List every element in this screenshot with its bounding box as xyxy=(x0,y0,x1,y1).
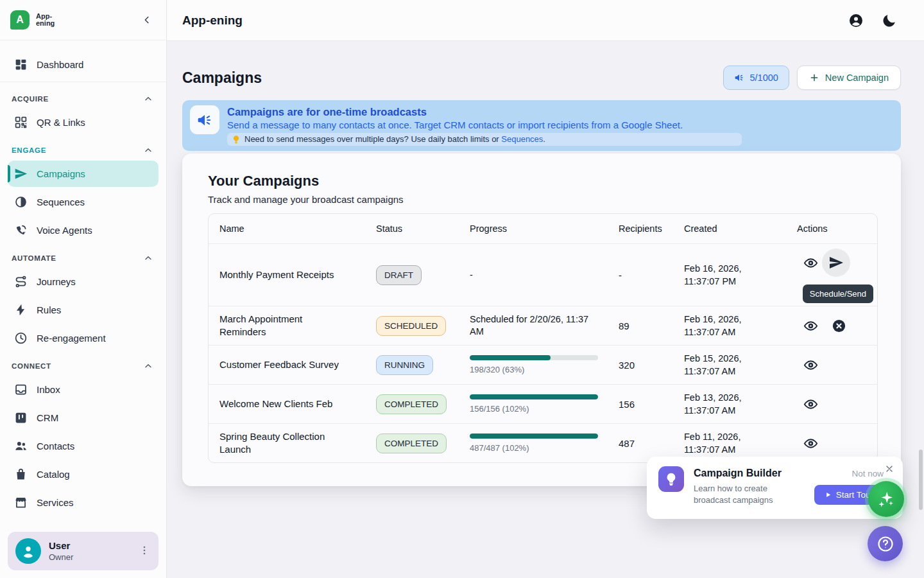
progress-cell: Scheduled for 2/20/26, 11:37 AM xyxy=(459,307,608,344)
banner-icon-box xyxy=(190,105,219,134)
person-icon xyxy=(20,543,37,559)
sidebar-item-journeys[interactable]: Journeys xyxy=(8,268,158,295)
new-campaign-label: New Campaign xyxy=(825,73,889,83)
eye-icon[interactable] xyxy=(801,317,819,335)
eye-icon[interactable] xyxy=(801,249,819,277)
campaign-name: Monthly Payment Receipts xyxy=(209,262,365,288)
schedule-send-button[interactable] xyxy=(822,249,850,277)
eye-icon[interactable] xyxy=(801,356,819,374)
eye-icon[interactable] xyxy=(801,395,819,413)
play-icon xyxy=(825,491,832,498)
section-header-connect: CONNECT xyxy=(8,353,158,374)
sidebar-item-campaigns[interactable]: Campaigns xyxy=(8,161,158,187)
status-badge: RUNNING xyxy=(376,355,433,375)
sidebar-item-services[interactable]: Services xyxy=(8,489,158,516)
ai-assistant-fab[interactable] xyxy=(868,481,904,517)
popup-close-button[interactable] xyxy=(884,464,894,474)
column-header-created: Created xyxy=(673,214,786,243)
sidebar-item-sequences[interactable]: Sequences xyxy=(8,189,158,215)
sidebar-item-appointments[interactable]: Appointments xyxy=(8,518,158,524)
section-header-automate: AUTOMATE xyxy=(8,245,158,267)
send-icon xyxy=(14,167,28,180)
inbox-icon xyxy=(14,383,28,396)
popup-title: Campaign Builder xyxy=(694,468,803,479)
kebab-icon xyxy=(138,544,152,557)
sidebar-item-label: Voice Agents xyxy=(37,225,92,236)
column-header-progress: Progress xyxy=(459,214,608,243)
scrollbar[interactable] xyxy=(919,450,923,510)
user-card[interactable]: User Owner xyxy=(8,532,158,570)
banner-tip: Need to send messages over multiple days… xyxy=(227,133,742,146)
sidebar-item-label: Journeys xyxy=(37,276,76,287)
sidebar-item-contacts[interactable]: Contacts xyxy=(8,433,158,459)
status-badge: SCHEDULED xyxy=(376,316,446,336)
sidebar-item-label: Campaigns xyxy=(37,168,85,179)
kanban-icon xyxy=(14,411,28,425)
sidebar-item-qr-links[interactable]: QR & Links xyxy=(8,109,158,136)
user-menu-button[interactable] xyxy=(138,544,152,558)
card-subtitle: Track and manage your broadcast campaign… xyxy=(208,194,878,205)
sidebar-item-label: Inbox xyxy=(37,384,60,395)
divider xyxy=(0,82,166,82)
plus-icon xyxy=(809,73,819,83)
page-title: Campaigns xyxy=(182,69,262,87)
dashboard-icon xyxy=(14,58,28,71)
sidebar-header: A App- ening xyxy=(0,0,166,40)
created-date: Feb 13, 2026,11:37:07 AM xyxy=(673,385,786,423)
user-name: User xyxy=(49,540,130,551)
sidebar-collapse-button[interactable] xyxy=(139,12,155,28)
progress-label: 156/156 (102%) xyxy=(470,404,599,414)
banner-title: Campaigns are for one-time broadcasts xyxy=(227,105,742,118)
column-header-actions: Actions xyxy=(786,214,877,243)
sidebar-item-re-engagement[interactable]: Re-engagement xyxy=(8,325,158,351)
help-fab[interactable] xyxy=(868,526,903,561)
sidebar-item-label: CRM xyxy=(37,412,58,423)
progress-label: 487/487 (102%) xyxy=(470,443,599,453)
chevron-up-icon[interactable] xyxy=(143,361,153,371)
tip-text: Need to send messages over multiple days… xyxy=(244,134,501,144)
dark-mode-toggle[interactable] xyxy=(882,13,897,28)
sidebar-item-dashboard[interactable]: Dashboard xyxy=(8,51,158,78)
sidebar-item-rules[interactable]: Rules xyxy=(8,297,158,323)
topbar: App-ening xyxy=(167,0,924,41)
cancel-button[interactable] xyxy=(830,317,848,335)
tooltip: Schedule/Send xyxy=(803,285,873,303)
sidebar-item-label: Rules xyxy=(37,304,61,315)
app-logo-text: App- ening xyxy=(36,13,55,28)
section-header-acquire: ACQUIRE xyxy=(8,86,158,107)
sidebar-item-inbox[interactable]: Inbox xyxy=(8,376,158,403)
progress-bar xyxy=(470,434,598,439)
megaphone-icon xyxy=(196,112,213,128)
section-label: CONNECT xyxy=(12,362,51,370)
user-meta: User Owner xyxy=(49,540,130,562)
column-header-status: Status xyxy=(365,214,459,243)
eye-icon[interactable] xyxy=(801,434,819,452)
sidebar: A App- ening Dashboard ACQUIREQR & Links… xyxy=(0,0,167,578)
not-now-button[interactable]: Not now xyxy=(851,469,884,478)
sequences-link[interactable]: Sequences xyxy=(501,134,543,144)
account-button[interactable] xyxy=(848,13,864,28)
sparkles-icon xyxy=(877,489,896,509)
progress-cell: 156/156 (102%) xyxy=(459,388,608,420)
user-role: Owner xyxy=(49,552,130,562)
status-badge: DRAFT xyxy=(376,265,422,285)
phone-icon xyxy=(14,223,28,237)
new-campaign-button[interactable]: New Campaign xyxy=(797,66,901,90)
clock-icon xyxy=(14,331,28,345)
sidebar-item-voice-agents[interactable]: Voice Agents xyxy=(8,217,158,243)
actions-cell: Schedule/Send xyxy=(786,244,877,306)
recipients-count: - xyxy=(608,263,673,287)
recipients-count: 487 xyxy=(608,432,673,455)
sidebar-item-label: Catalog xyxy=(37,469,70,480)
info-banner: Campaigns are for one-time broadcasts Se… xyxy=(182,100,901,151)
section-label: ACQUIRE xyxy=(12,95,49,103)
chevron-up-icon[interactable] xyxy=(143,94,153,104)
campaigns-table: Name Status Progress Recipients Created … xyxy=(208,213,878,463)
sidebar-item-label: QR & Links xyxy=(37,117,85,128)
sidebar-item-crm[interactable]: CRM xyxy=(8,405,158,431)
chevron-up-icon[interactable] xyxy=(143,145,153,155)
moon-icon xyxy=(882,13,897,28)
chevron-up-icon[interactable] xyxy=(143,253,153,263)
campaign-quota-badge[interactable]: 5/1000 xyxy=(723,66,789,90)
sidebar-item-catalog[interactable]: Catalog xyxy=(8,461,158,487)
